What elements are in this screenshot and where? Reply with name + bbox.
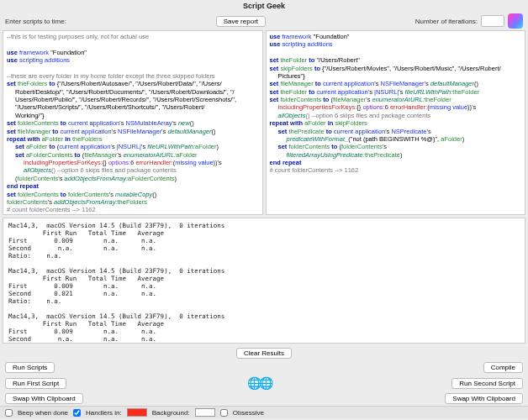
top-toolbar: Enter scripts to time: Save report Numbe… [0, 12, 528, 30]
handlers-color-swatch[interactable] [127, 408, 147, 417]
obsessive-checkbox[interactable] [220, 409, 228, 417]
clear-results-button[interactable]: Clear Results [236, 348, 292, 359]
obsessive-label: Obsessive [233, 409, 264, 417]
enter-scripts-label: Enter scripts to time: [5, 18, 66, 25]
iterations-label: Number of iterations: [415, 18, 478, 25]
left-script-pane[interactable]: --this is for testing purposes only, not… [3, 30, 263, 215]
swap-clipboard-right-button[interactable]: Swap With Clipboard [445, 393, 523, 404]
window-title: Script Geek [0, 0, 528, 12]
run-scripts-button[interactable]: Run Scripts [5, 362, 55, 373]
compile-button[interactable]: Compile [483, 362, 523, 373]
run-first-script-button[interactable]: Run First Script [5, 378, 66, 389]
swap-clipboard-left-button[interactable]: Swap With Clipboard [5, 393, 83, 404]
beep-checkbox[interactable] [5, 409, 13, 417]
status-bar: Beep when done Handlers in: Background: … [0, 406, 528, 418]
save-report-button[interactable]: Save report [216, 16, 266, 27]
globe-icon: 🌐🌐 [247, 376, 271, 390]
beep-label: Beep when done [18, 409, 68, 417]
run-second-script-button[interactable]: Run Second Script [451, 378, 523, 389]
results-pane[interactable]: Mac14,3, macOS Version 14.5 (Build 23F79… [3, 218, 525, 344]
background-label: Background: [152, 409, 190, 417]
background-color-swatch[interactable] [195, 408, 215, 417]
handlers-checkbox[interactable] [73, 409, 81, 417]
iterations-input[interactable] [481, 15, 504, 27]
handlers-label: Handlers in: [86, 409, 122, 417]
right-script-pane[interactable]: use framework "Foundation" use scripting… [266, 30, 526, 215]
app-icon [508, 13, 523, 29]
